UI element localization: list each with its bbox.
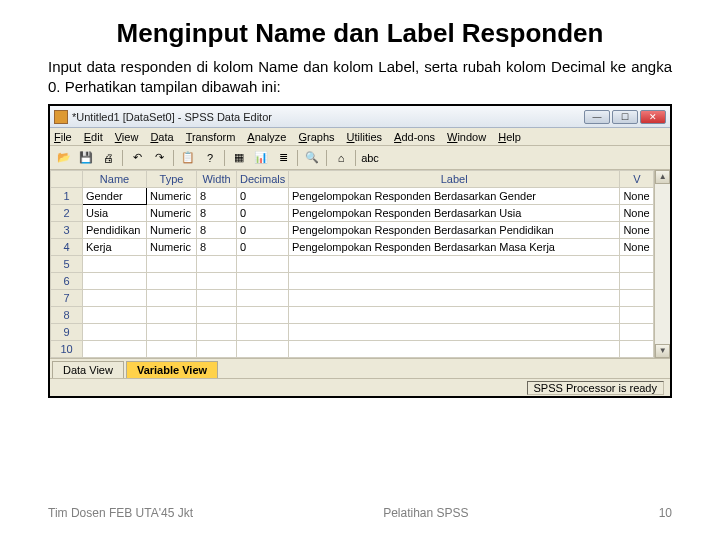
cell-type[interactable]: Numeric bbox=[147, 188, 197, 205]
cell-label[interactable] bbox=[289, 290, 620, 307]
cell-dec[interactable]: 0 bbox=[237, 239, 289, 256]
minimize-button[interactable]: — bbox=[584, 110, 610, 124]
cell-width[interactable] bbox=[197, 307, 237, 324]
close-button[interactable]: ✕ bbox=[640, 110, 666, 124]
cell-width[interactable] bbox=[197, 324, 237, 341]
col-header-label[interactable]: Label bbox=[289, 171, 620, 188]
table-row[interactable]: 9 bbox=[51, 324, 654, 341]
table-row[interactable]: 6 bbox=[51, 273, 654, 290]
cell-type[interactable] bbox=[147, 341, 197, 358]
scroll-track[interactable] bbox=[655, 184, 670, 344]
cell-dec[interactable] bbox=[237, 307, 289, 324]
cell-label[interactable]: Pengelompokan Responden Berdasarkan Usia bbox=[289, 205, 620, 222]
menu-data[interactable]: Data bbox=[150, 131, 173, 143]
table-row[interactable]: 2UsiaNumeric80Pengelompokan Responden Be… bbox=[51, 205, 654, 222]
cell-dec[interactable]: 0 bbox=[237, 222, 289, 239]
cell-dec[interactable] bbox=[237, 324, 289, 341]
cell-name[interactable] bbox=[83, 307, 147, 324]
cell-label[interactable]: Pengelompokan Responden Berdasarkan Masa… bbox=[289, 239, 620, 256]
table-row[interactable]: 4KerjaNumeric80Pengelompokan Responden B… bbox=[51, 239, 654, 256]
cell-type[interactable] bbox=[147, 273, 197, 290]
cell-width[interactable] bbox=[197, 290, 237, 307]
scroll-down-icon[interactable]: ▼ bbox=[655, 344, 670, 358]
dialog-icon[interactable]: 📋 bbox=[178, 149, 198, 167]
row-header[interactable]: 10 bbox=[51, 341, 83, 358]
col-header-width[interactable]: Width bbox=[197, 171, 237, 188]
col-header-values[interactable]: V bbox=[620, 171, 654, 188]
scroll-up-icon[interactable]: ▲ bbox=[655, 170, 670, 184]
cell-width[interactable] bbox=[197, 256, 237, 273]
cell-type[interactable]: Numeric bbox=[147, 205, 197, 222]
col-header-decimals[interactable]: Decimals bbox=[237, 171, 289, 188]
cell-width[interactable]: 8 bbox=[197, 188, 237, 205]
redo-icon[interactable]: ↷ bbox=[149, 149, 169, 167]
cell-label[interactable] bbox=[289, 307, 620, 324]
cell-dec[interactable] bbox=[237, 256, 289, 273]
cell-type[interactable] bbox=[147, 256, 197, 273]
row-header[interactable]: 5 bbox=[51, 256, 83, 273]
cell-width[interactable]: 8 bbox=[197, 205, 237, 222]
cell-name[interactable]: Usia bbox=[83, 205, 147, 222]
cell-v[interactable] bbox=[620, 341, 654, 358]
cell-width[interactable]: 8 bbox=[197, 239, 237, 256]
cell-name[interactable]: Gender bbox=[83, 188, 147, 205]
cell-type[interactable] bbox=[147, 307, 197, 324]
table-row[interactable]: 1GenderNumeric80Pengelompokan Responden … bbox=[51, 188, 654, 205]
cell-v[interactable] bbox=[620, 290, 654, 307]
home-icon[interactable]: ⌂ bbox=[331, 149, 351, 167]
cell-v[interactable] bbox=[620, 324, 654, 341]
vertical-scrollbar[interactable]: ▲ ▼ bbox=[654, 170, 670, 358]
cell-label[interactable] bbox=[289, 273, 620, 290]
find-icon[interactable]: 🔍 bbox=[302, 149, 322, 167]
table-row[interactable]: 8 bbox=[51, 307, 654, 324]
cell-dec[interactable] bbox=[237, 341, 289, 358]
row-header[interactable]: 4 bbox=[51, 239, 83, 256]
cell-type[interactable] bbox=[147, 324, 197, 341]
col-header-type[interactable]: Type bbox=[147, 171, 197, 188]
cell-name[interactable] bbox=[83, 341, 147, 358]
cell-name[interactable] bbox=[83, 324, 147, 341]
cell-type[interactable] bbox=[147, 290, 197, 307]
cell-dec[interactable] bbox=[237, 273, 289, 290]
row-header[interactable]: 8 bbox=[51, 307, 83, 324]
row-header[interactable]: 1 bbox=[51, 188, 83, 205]
cell-dec[interactable]: 0 bbox=[237, 205, 289, 222]
goto-icon[interactable]: ? bbox=[200, 149, 220, 167]
tab-data-view[interactable]: Data View bbox=[52, 361, 124, 378]
row-header[interactable]: 2 bbox=[51, 205, 83, 222]
cell-v[interactable] bbox=[620, 256, 654, 273]
undo-icon[interactable]: ↶ bbox=[127, 149, 147, 167]
cell-width[interactable] bbox=[197, 341, 237, 358]
labels-icon[interactable]: abc bbox=[360, 149, 380, 167]
save-icon[interactable]: 💾 bbox=[76, 149, 96, 167]
cell-name[interactable] bbox=[83, 290, 147, 307]
table-row[interactable]: 5 bbox=[51, 256, 654, 273]
menu-file[interactable]: File bbox=[54, 131, 72, 143]
menu-view[interactable]: View bbox=[115, 131, 139, 143]
variable-grid[interactable]: Name Type Width Decimals Label V 1Gender… bbox=[50, 170, 654, 358]
row-header[interactable]: 7 bbox=[51, 290, 83, 307]
cell-width[interactable]: 8 bbox=[197, 222, 237, 239]
cell-v[interactable] bbox=[620, 273, 654, 290]
cell-label[interactable] bbox=[289, 341, 620, 358]
menu-graphs[interactable]: Graphs bbox=[298, 131, 334, 143]
row-header[interactable]: 6 bbox=[51, 273, 83, 290]
menu-edit[interactable]: Edit bbox=[84, 131, 103, 143]
cell-dec[interactable] bbox=[237, 290, 289, 307]
cell-name[interactable] bbox=[83, 256, 147, 273]
chart-icon[interactable]: 📊 bbox=[251, 149, 271, 167]
menu-window[interactable]: Window bbox=[447, 131, 486, 143]
menu-analyze[interactable]: Analyze bbox=[247, 131, 286, 143]
variables-icon[interactable]: ▦ bbox=[229, 149, 249, 167]
cell-label[interactable]: Pengelompokan Responden Berdasarkan Pend… bbox=[289, 222, 620, 239]
table-row[interactable]: 3PendidikanNumeric80Pengelompokan Respon… bbox=[51, 222, 654, 239]
cell-v[interactable]: None bbox=[620, 239, 654, 256]
table-row[interactable]: 7 bbox=[51, 290, 654, 307]
list-icon[interactable]: ≣ bbox=[273, 149, 293, 167]
maximize-button[interactable]: ☐ bbox=[612, 110, 638, 124]
menu-transform[interactable]: Transform bbox=[186, 131, 236, 143]
cell-name[interactable]: Kerja bbox=[83, 239, 147, 256]
cell-type[interactable]: Numeric bbox=[147, 222, 197, 239]
cell-name[interactable] bbox=[83, 273, 147, 290]
row-header[interactable]: 9 bbox=[51, 324, 83, 341]
